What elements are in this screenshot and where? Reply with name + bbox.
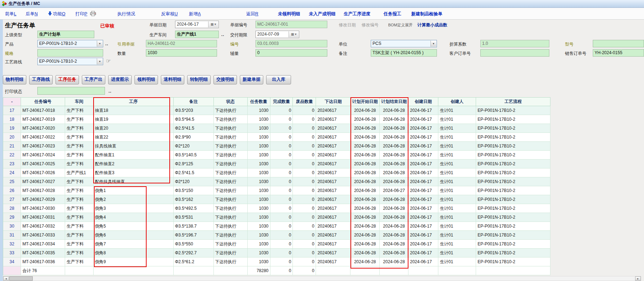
col-header-create-date[interactable]: 创建日期 (408, 98, 438, 106)
cell-task-no[interactable]: MT-240617-0033 (21, 231, 65, 240)
cell-scrap-qty[interactable]: 0 (293, 231, 316, 240)
cell-workshop[interactable]: 生产下料 (65, 142, 94, 151)
tab-process-route[interactable]: 工序路线 (29, 75, 53, 84)
cell-plan-start-date[interactable]: 2024-06-28 (350, 168, 380, 177)
cell-done-qty[interactable]: 0 (270, 133, 293, 142)
cell-row-index[interactable]: 32 (3, 240, 21, 249)
cell-status[interactable]: 下达待执行 (214, 133, 248, 142)
cell-release-date[interactable]: 20240617 (316, 168, 350, 177)
table-row[interactable]: 30MT-240617-0032生产下料倒角5Φ3.5*138.7下达待执行10… (3, 222, 550, 231)
cell-plan-start-date[interactable]: 2024-06-28 (350, 231, 380, 240)
cell-plan-start-date[interactable]: 2024-06-28 (350, 195, 380, 204)
cell-task-qty[interactable]: 1030 (248, 195, 270, 204)
cell-task-no[interactable]: MT-240617-0022 (21, 133, 65, 142)
cell-creator[interactable]: 生计01 (438, 222, 476, 231)
cell-release-date[interactable]: 20240617 (316, 231, 350, 240)
cell-process[interactable]: 抽直19 (94, 115, 174, 124)
cell-row-index[interactable]: 34 (3, 257, 21, 266)
cell-release-date[interactable]: 20240617 (316, 115, 350, 124)
toolbar-execution-status[interactable]: 执行情况 (117, 11, 135, 17)
cell-workshop[interactable]: 生产下料 (65, 231, 94, 240)
route-jump-hand-icon[interactable]: ☞ (106, 58, 111, 64)
cell-done-qty[interactable]: 0 (270, 186, 293, 195)
cell-release-date[interactable]: 20240617 (316, 186, 350, 195)
cell-create-date[interactable]: 2024-06-17 (408, 151, 438, 160)
tab-process-task[interactable]: 工序任务 (56, 75, 79, 84)
cell-plan-start-date[interactable]: 2024-06-28 (350, 142, 380, 151)
toolbar-functions[interactable]: 功能O (53, 11, 65, 17)
doc-no-field[interactable]: MC-240617-001 (255, 21, 327, 28)
cell-row-index[interactable]: 17 (3, 106, 21, 115)
cell-task-no[interactable]: MT-240617-0036 (21, 257, 65, 266)
route-dropdown-arrow[interactable]: ▼ (97, 58, 102, 64)
tab-material-detail[interactable]: 物料明细 (3, 75, 26, 84)
table-row[interactable]: 25MT-240617-0027生产下料配件挂具线抽直Φ2*120下达待执行10… (3, 177, 550, 186)
parent-type-field[interactable]: 生产计划单 (37, 31, 94, 38)
table-row[interactable]: 29MT-240617-0031生产下料倒角4Φ3.5*531下达待执行1030… (3, 213, 550, 222)
cell-create-date[interactable]: 2024-06-17 (408, 257, 438, 266)
cell-status[interactable]: 下达待执行 (214, 186, 248, 195)
cell-status[interactable]: 下达待执行 (214, 231, 248, 240)
cell-plan-start-date[interactable]: 2024-06-28 (350, 106, 380, 115)
cell-process[interactable]: 倒角8 (94, 249, 174, 257)
cell-plan-end-date[interactable]: 2024-06-28 (380, 195, 408, 204)
cell-done-qty[interactable]: 0 (270, 106, 293, 115)
cell-plan-start-date[interactable]: 2024-06-28 (350, 222, 380, 231)
product-combo[interactable]: EP-P001N-17B10-2 ▼ (37, 40, 103, 47)
cell-scrap-qty[interactable]: 0 (293, 195, 316, 204)
cell-release-date[interactable]: 20240617 (316, 160, 350, 168)
cell-create-date[interactable]: 2024-06-17 (408, 177, 438, 186)
cell-process[interactable]: 倒角7 (94, 240, 174, 249)
cell-workshop[interactable]: 生产下料 (65, 115, 94, 124)
cell-process-route[interactable]: EP-P001N-17B10-2 (476, 195, 550, 204)
cell-creator[interactable]: 生计01 (438, 240, 476, 249)
cell-remark[interactable]: Φ3.5*162 (174, 195, 214, 204)
toolbar-unissued-materials[interactable]: 未领料明细 (278, 11, 300, 17)
cell-plan-end-date[interactable]: 2024-06-28 (380, 240, 408, 249)
workshop-lookup-button[interactable]: .. (221, 32, 225, 37)
col-header-scrap-qty[interactable]: 废品数量 (293, 98, 316, 106)
cell-release-date[interactable]: 20240617 (316, 106, 350, 115)
col-header-process[interactable]: 工序 (94, 98, 174, 106)
tab-process-output[interactable]: 工序产出 (82, 75, 105, 84)
cell-process[interactable]: 倒角3 (94, 204, 174, 213)
cell-workshop[interactable]: 生产产线1 (65, 168, 94, 177)
cell-creator[interactable]: 生计01 (438, 124, 476, 133)
cell-row-index[interactable]: 31 (3, 231, 21, 240)
cell-creator[interactable]: 生计01 (438, 106, 476, 115)
cell-row-index[interactable]: 29 (3, 213, 21, 222)
cell-remark[interactable]: Φ3.5*196.7 (174, 231, 214, 240)
cell-creator[interactable]: 生计01 (438, 195, 476, 204)
cell-task-no[interactable]: MT-240617-0027 (21, 177, 65, 186)
cell-row-index[interactable]: 30 (3, 222, 21, 231)
cell-create-date[interactable]: 2024-06-17 (408, 106, 438, 115)
cell-process[interactable]: 挂具线抽直 (94, 142, 174, 151)
cell-scrap-qty[interactable]: 0 (293, 133, 316, 142)
cell-row-index[interactable]: 24 (3, 168, 21, 177)
cell-create-date[interactable]: 2024-06-17 (408, 168, 438, 177)
cell-remark[interactable]: Φ3.5*531 (174, 213, 214, 222)
cell-process-route[interactable]: EP-P001N-17B10-2 (476, 213, 550, 222)
cell-process-route[interactable]: EP-P001N-17B10-2 (476, 151, 550, 160)
cell-remark[interactable]: Φ2.5*292.7 (174, 249, 214, 257)
scroll-right-arrow[interactable]: ► (635, 276, 641, 281)
cell-status[interactable]: 下达待执行 (214, 142, 248, 151)
cell-row-index[interactable]: 27 (3, 195, 21, 204)
table-row[interactable]: 21MT-240617-0023生产下料挂具线抽直Φ2*120下达待执行1030… (3, 142, 550, 151)
cell-scrap-qty[interactable]: 0 (293, 186, 316, 195)
cell-workshop[interactable]: 生产下料 (65, 257, 94, 266)
cell-process-route[interactable]: EP-P001N-17B10-2 (476, 186, 550, 195)
doc-date-calendar-dropdown-button[interactable]: ▦ ▾ (208, 21, 218, 27)
cell-task-qty[interactable]: 1030 (248, 249, 270, 257)
cell-plan-end-date[interactable]: 2024-06-28 (380, 204, 408, 213)
cell-process-route[interactable]: EP-P001N-17B10-2 (476, 204, 550, 213)
cell-scrap-qty[interactable]: 0 (293, 249, 316, 257)
cell-remark[interactable]: Φ3.5*138.7 (174, 222, 214, 231)
cell-task-qty[interactable]: 1030 (248, 151, 270, 160)
cell-status[interactable]: 下达待执行 (214, 168, 248, 177)
cell-status[interactable]: 下达待执行 (214, 204, 248, 213)
cell-plan-start-date[interactable]: 2024-06-28 (350, 160, 380, 168)
cell-release-date[interactable]: 20240617 (316, 249, 350, 257)
cell-process-route[interactable]: EP-P001N-17B10-2 (476, 249, 550, 257)
cell-create-date[interactable]: 2024-06-17 (408, 231, 438, 240)
